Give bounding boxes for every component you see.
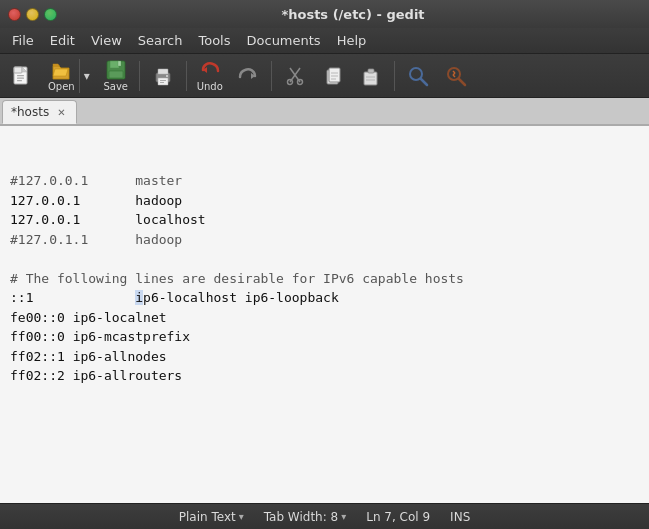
toolbar-separator-1: [139, 61, 140, 91]
status-bar: Plain Text ▾ Tab Width: 8 ▾ Ln 7, Col 9 …: [0, 503, 649, 529]
open-icon: [50, 59, 72, 81]
menu-edit[interactable]: Edit: [42, 31, 83, 50]
position-label: Ln 7, Col 9: [366, 510, 430, 524]
replace-icon: [445, 65, 467, 87]
editor-area[interactable]: #127.0.0.1 master 127.0.0.1 hadoop 127.0…: [0, 126, 649, 503]
menu-view[interactable]: View: [83, 31, 130, 50]
file-type-selector[interactable]: Plain Text ▾: [179, 510, 244, 524]
svg-line-32: [421, 79, 427, 85]
svg-rect-14: [160, 82, 164, 83]
replace-button[interactable]: [438, 57, 474, 95]
menu-help[interactable]: Help: [329, 31, 375, 50]
svg-rect-11: [158, 69, 168, 74]
svg-line-37: [453, 75, 455, 77]
save-label: Save: [103, 81, 128, 92]
new-button[interactable]: [4, 57, 40, 95]
svg-rect-23: [329, 68, 340, 82]
tab-hosts[interactable]: *hosts ✕: [2, 100, 77, 124]
svg-rect-28: [368, 69, 374, 73]
undo-icon: [199, 59, 221, 81]
redo-icon: [237, 65, 259, 87]
toolbar-separator-2: [186, 61, 187, 91]
minimize-window-button[interactable]: [26, 8, 39, 21]
status-center: Plain Text ▾ Tab Width: 8 ▾ Ln 7, Col 9 …: [10, 510, 639, 524]
svg-rect-27: [364, 72, 377, 85]
svg-rect-7: [110, 61, 119, 68]
editor-content: #127.0.0.1 master 127.0.0.1 hadoop 127.0…: [10, 171, 639, 503]
svg-line-34: [459, 79, 465, 85]
close-window-button[interactable]: [8, 8, 21, 21]
find-button[interactable]: [400, 57, 436, 95]
menu-tools[interactable]: Tools: [190, 31, 238, 50]
window-title: *hosts (/etc) - gedit: [65, 7, 641, 22]
open-button[interactable]: Open ▾: [42, 57, 96, 95]
menu-documents[interactable]: Documents: [239, 31, 329, 50]
title-bar: *hosts (/etc) - gedit: [0, 0, 649, 28]
open-dropdown-arrow[interactable]: ▾: [79, 59, 94, 93]
menu-bar: File Edit View Search Tools Documents He…: [0, 28, 649, 54]
undo-button[interactable]: Undo: [192, 57, 228, 95]
svg-rect-13: [160, 80, 166, 81]
toolbar-separator-4: [394, 61, 395, 91]
mode-label: INS: [450, 510, 470, 524]
cut-icon: [284, 65, 306, 87]
toolbar-separator-3: [271, 61, 272, 91]
tab-bar: *hosts ✕: [0, 98, 649, 126]
paste-button[interactable]: [353, 57, 389, 95]
tab-width-dropdown-arrow: ▾: [341, 511, 346, 522]
open-main: Open: [44, 57, 79, 94]
cut-button[interactable]: [277, 57, 313, 95]
undo-label: Undo: [197, 81, 223, 92]
svg-rect-4: [17, 77, 24, 78]
cursor-position: Ln 7, Col 9: [366, 510, 430, 524]
paste-icon: [360, 65, 382, 87]
svg-rect-3: [17, 75, 24, 76]
svg-rect-5: [17, 80, 22, 81]
insert-mode: INS: [450, 510, 470, 524]
redo-button[interactable]: [230, 57, 266, 95]
menu-search[interactable]: Search: [130, 31, 191, 50]
copy-button[interactable]: [315, 57, 351, 95]
svg-rect-8: [118, 61, 121, 66]
file-type-dropdown-arrow: ▾: [239, 511, 244, 522]
new-icon: [11, 65, 33, 87]
svg-point-15: [166, 75, 168, 77]
svg-rect-1: [14, 67, 22, 73]
window-buttons: [8, 8, 57, 21]
toolbar: Open ▾ Save Undo: [0, 54, 649, 98]
tab-width-selector[interactable]: Tab Width: 8 ▾: [264, 510, 347, 524]
tab-width-label: Tab Width: 8: [264, 510, 338, 524]
save-icon: [105, 59, 127, 81]
copy-icon: [322, 65, 344, 87]
svg-rect-9: [109, 71, 123, 78]
file-type-label: Plain Text: [179, 510, 236, 524]
open-label: Open: [48, 81, 75, 92]
tab-label: *hosts: [11, 105, 49, 119]
maximize-window-button[interactable]: [44, 8, 57, 21]
svg-line-36: [453, 73, 455, 75]
print-button[interactable]: [145, 57, 181, 95]
tab-close-button[interactable]: ✕: [55, 106, 67, 119]
menu-file[interactable]: File: [4, 31, 42, 50]
save-button[interactable]: Save: [98, 57, 134, 95]
find-icon: [407, 65, 429, 87]
print-icon: [152, 65, 174, 87]
svg-rect-12: [158, 78, 168, 85]
svg-line-35: [453, 71, 455, 73]
